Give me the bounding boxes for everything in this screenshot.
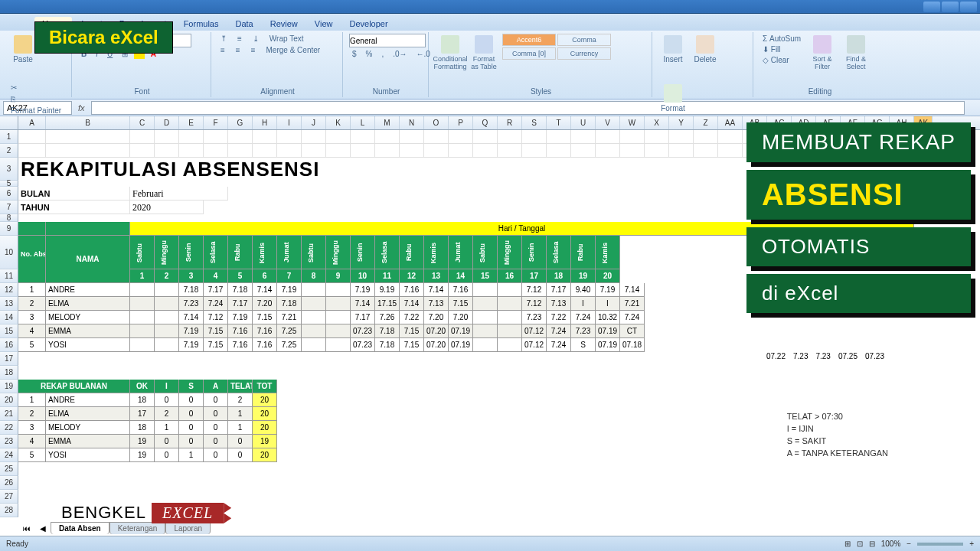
zoom-out-button[interactable]: − (906, 540, 911, 548)
cell[interactable]: MELODY (46, 421, 130, 435)
cell[interactable]: 7.17 (351, 311, 375, 324)
cell[interactable]: 7.18 (179, 283, 204, 297)
cell[interactable]: 18 (547, 269, 571, 283)
style-comma0[interactable]: Comma [0] (502, 47, 556, 60)
cell[interactable]: S (179, 380, 204, 393)
cell[interactable] (694, 130, 718, 144)
cell[interactable] (522, 144, 547, 158)
align-middle-button[interactable]: ≡ (234, 34, 245, 44)
cell[interactable] (18, 222, 46, 236)
cell[interactable] (302, 297, 326, 311)
cell[interactable]: Selasa (375, 236, 400, 269)
cell[interactable] (46, 269, 130, 283)
cell[interactable]: 7.12 (522, 283, 547, 297)
cell[interactable] (179, 130, 204, 144)
number-format-select[interactable] (349, 34, 426, 47)
cell[interactable]: Sabtu (302, 236, 326, 269)
cell[interactable]: 7.25 (277, 324, 302, 338)
cell[interactable]: TAHUN (18, 201, 130, 214)
cell[interactable]: 2 (155, 407, 179, 421)
cell[interactable]: Februari (130, 187, 228, 201)
conditional-formatting-button[interactable]: Conditional Formatting (435, 34, 466, 80)
sort-filter-button[interactable]: Sort & Filter (807, 34, 838, 80)
align-left-button[interactable]: ≡ (217, 45, 228, 55)
cell[interactable]: 2 (228, 393, 253, 407)
row-header[interactable]: 25 (0, 462, 18, 476)
row-header[interactable]: 8 (0, 214, 18, 222)
cell[interactable]: Senin (522, 236, 547, 269)
cell[interactable]: 7.24 (547, 338, 571, 352)
cell[interactable]: 7.16 (228, 324, 253, 338)
cell[interactable]: 07.19 (596, 324, 620, 338)
cell[interactable]: 19 (571, 269, 596, 283)
row-header[interactable]: 5 (0, 181, 18, 187)
cell[interactable] (130, 297, 155, 311)
tab-developer[interactable]: Developer (341, 17, 395, 31)
cell[interactable] (473, 324, 498, 338)
cell[interactable]: CT (620, 324, 645, 338)
cell[interactable] (130, 283, 155, 297)
row-header[interactable]: 1 (0, 130, 18, 144)
cell[interactable] (18, 130, 46, 144)
row-header[interactable]: 13 (0, 297, 18, 311)
cell[interactable]: I (155, 380, 179, 393)
cell[interactable]: 7.24 (547, 324, 571, 338)
column-header[interactable]: D (155, 116, 179, 129)
cell[interactable]: 07.20 (424, 338, 449, 352)
cell[interactable]: 7.12 (522, 297, 547, 311)
cell[interactable]: 9 (326, 269, 351, 283)
tab-view[interactable]: View (307, 17, 341, 31)
cell[interactable] (669, 130, 694, 144)
cell[interactable]: YOSI (46, 448, 130, 462)
cell[interactable]: 0 (179, 407, 204, 421)
cell[interactable] (130, 324, 155, 338)
cell[interactable]: 1 (130, 269, 155, 283)
column-header[interactable]: M (375, 116, 400, 129)
cell[interactable]: 14 (449, 269, 473, 283)
column-header[interactable]: O (424, 116, 449, 129)
cell[interactable]: 17 (522, 269, 547, 283)
column-header[interactable]: G (228, 116, 253, 129)
cell[interactable]: Jumat (449, 236, 473, 269)
cell[interactable]: I (596, 297, 620, 311)
cell[interactable]: 2020 (130, 201, 204, 214)
row-header[interactable]: 12 (0, 283, 18, 297)
cell[interactable] (155, 144, 179, 158)
cell[interactable]: 8 (302, 269, 326, 283)
cell[interactable] (498, 297, 522, 311)
cell[interactable]: 7.15 (253, 311, 277, 324)
tab-review[interactable]: Review (263, 17, 305, 31)
cell[interactable]: 15 (473, 269, 498, 283)
cell[interactable] (473, 311, 498, 324)
row-header[interactable]: 6 (0, 187, 18, 201)
cell[interactable]: MELODY (46, 311, 130, 324)
style-comma[interactable]: Comma (557, 34, 611, 46)
column-header[interactable]: X (645, 116, 669, 129)
cell[interactable]: 13 (424, 269, 449, 283)
cell[interactable]: 0 (204, 435, 228, 448)
paste-button[interactable]: Paste (8, 34, 38, 80)
column-header[interactable]: Q (473, 116, 498, 129)
cell[interactable]: EMMA (46, 435, 130, 448)
cell[interactable]: 07.18 (620, 338, 645, 352)
row-header[interactable]: 15 (0, 324, 18, 338)
row-header[interactable]: 27 (0, 490, 18, 504)
cell[interactable] (326, 283, 351, 297)
cell[interactable] (596, 130, 620, 144)
column-header[interactable]: AA (718, 116, 743, 129)
cell[interactable]: A (204, 380, 228, 393)
zoom-slider[interactable] (917, 543, 963, 546)
cell[interactable]: 5 (18, 338, 46, 352)
cell[interactable]: 1 (228, 407, 253, 421)
cell[interactable]: YOSI (46, 338, 130, 352)
cell[interactable]: 2 (155, 269, 179, 283)
cell[interactable]: 7.12 (204, 311, 228, 324)
cell[interactable] (498, 144, 522, 158)
cell[interactable] (498, 130, 522, 144)
row-header[interactable]: 3 (0, 158, 18, 181)
cell[interactable]: 7.26 (375, 311, 400, 324)
cell[interactable] (253, 130, 277, 144)
cell[interactable] (179, 144, 204, 158)
row-header[interactable]: 22 (0, 421, 18, 435)
column-header[interactable]: B (46, 116, 130, 129)
